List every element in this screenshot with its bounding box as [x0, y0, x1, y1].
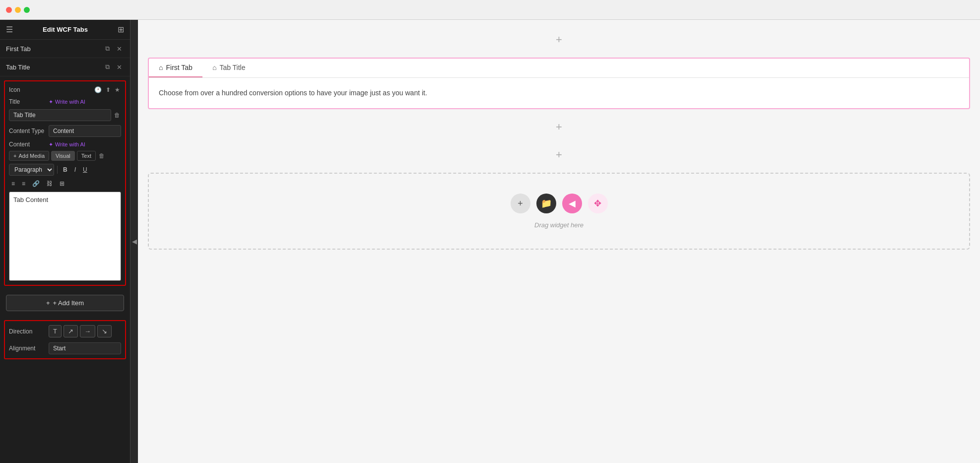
drop-folder-icon: 📁	[541, 198, 552, 209]
add-media-btn[interactable]: + Add Media	[9, 151, 49, 161]
icon-actions: 🕐 ⬆ ★	[93, 85, 121, 94]
main-layout: ☰ Edit WCF Tabs ⊞ First Tab ⧉ ✕ Tab Titl…	[0, 20, 980, 463]
italic-btn[interactable]: I	[72, 165, 78, 175]
tab-title-btn[interactable]: ⌂ Tab Title	[202, 59, 256, 77]
ordered-list-btn[interactable]: ≡	[9, 179, 17, 189]
bold-btn[interactable]: B	[61, 165, 70, 175]
add-item-label: + Add Item	[53, 299, 84, 307]
drop-area: + 📁 ◀ ✥ Drag widget here	[148, 173, 970, 250]
first-tab-btn[interactable]: ⌂ First Tab	[149, 59, 202, 77]
editor-area[interactable]: Tab Content	[9, 192, 121, 281]
first-tab-btn-label: First Tab	[166, 64, 192, 71]
table-btn[interactable]: ⊞	[57, 179, 67, 189]
add-item-button[interactable]: + + Add Item	[6, 295, 124, 311]
tab-title-label: Tab Title	[6, 64, 103, 71]
editor-toolbar-2: ≡ ≡ 🔗 ⛓ ⊞	[9, 179, 121, 189]
content-area: + ⌂ First Tab ⌂ Tab Title Choose from ov…	[138, 20, 980, 463]
unlink-btn[interactable]: ⛓	[44, 179, 55, 189]
tab-content-area: Choose from over a hundred conversion op…	[149, 78, 969, 108]
drop-arrow-btn[interactable]: ◀	[562, 194, 582, 213]
add-section-top-btn[interactable]: +	[551, 32, 567, 48]
paragraph-select[interactable]: Paragraph	[9, 164, 54, 176]
content-sparkle-icon: ✦	[49, 141, 53, 148]
tab-title-actions: ⧉ ✕	[103, 62, 124, 72]
icon-upload-btn[interactable]: ⬆	[105, 85, 112, 94]
sidebar-item-tab-title[interactable]: Tab Title ⧉ ✕	[0, 58, 130, 76]
editor-toolbar: Paragraph B I U	[9, 164, 121, 176]
first-tab-copy-btn[interactable]: ⧉	[103, 44, 112, 54]
icon-title-content-panel: Icon 🕐 ⬆ ★ Title ✦ Write with AI 🗑	[4, 80, 126, 286]
drop-plus-icon: +	[518, 198, 523, 209]
icon-field-row: Icon 🕐 ⬆ ★	[9, 85, 121, 94]
dir-right-btn[interactable]: →	[80, 325, 95, 337]
sparkle-icon: ✦	[49, 99, 53, 105]
add-item-plus-icon: +	[46, 299, 50, 307]
media-toolbar: + Add Media Visual Text 🗑	[9, 151, 121, 161]
content-type-row: Content Type Content	[9, 125, 121, 137]
underline-btn[interactable]: U	[80, 165, 90, 175]
dir-bottomright-btn[interactable]: ↘	[97, 325, 112, 337]
sidebar-header: ☰ Edit WCF Tabs ⊞	[0, 20, 130, 40]
link-btn[interactable]: 🔗	[30, 179, 42, 189]
tab-content-text: Choose from over a hundred conversion op…	[159, 89, 427, 97]
alignment-select[interactable]: Start	[49, 342, 121, 354]
sidebar: ☰ Edit WCF Tabs ⊞ First Tab ⧉ ✕ Tab Titl…	[0, 20, 130, 463]
direction-alignment-section: Direction T ↗ → ↘ Alignment Start	[4, 320, 126, 359]
sidebar-item-first-tab[interactable]: First Tab ⧉ ✕	[0, 40, 130, 58]
direction-label: Direction	[9, 328, 49, 335]
media-trash-btn[interactable]: 🗑	[98, 151, 106, 160]
add-section-middle-2-btn[interactable]: +	[551, 147, 567, 163]
minimize-button[interactable]	[15, 7, 21, 13]
drop-move-btn[interactable]: ✥	[588, 194, 608, 213]
content-type-select[interactable]: Content	[49, 125, 121, 137]
maximize-button[interactable]	[24, 7, 30, 13]
title-bar	[0, 0, 980, 20]
visual-btn[interactable]: Visual	[51, 151, 75, 161]
first-tab-icon: ⌂	[159, 64, 163, 71]
alignment-row: Alignment Start	[9, 342, 121, 354]
tab-header: ⌂ First Tab ⌂ Tab Title	[149, 59, 969, 78]
toolbar-sep-1	[57, 166, 58, 174]
add-row-middle-1: +	[148, 117, 970, 137]
text-btn[interactable]: Text	[77, 151, 96, 161]
add-row-middle-2: +	[148, 145, 970, 165]
first-tab-close-btn[interactable]: ✕	[115, 44, 124, 54]
hamburger-icon[interactable]: ☰	[6, 25, 13, 34]
title-write-ai-btn[interactable]: ✦ Write with AI	[49, 99, 85, 105]
icon-clock-btn[interactable]: 🕐	[93, 85, 103, 94]
collapse-handle[interactable]: ◀	[130, 20, 138, 463]
drop-move-icon: ✥	[594, 198, 601, 209]
content-label: Content	[9, 141, 49, 148]
content-type-label: Content Type	[9, 128, 49, 134]
title-input[interactable]	[9, 109, 111, 121]
dir-topright-btn[interactable]: ↗	[64, 325, 78, 337]
tab-widget: ⌂ First Tab ⌂ Tab Title Choose from over…	[148, 58, 970, 109]
title-trash-btn[interactable]: 🗑	[113, 111, 121, 120]
grid-icon[interactable]: ⊞	[118, 25, 124, 34]
add-media-icon: +	[13, 153, 16, 159]
tab-title-copy-btn[interactable]: ⧉	[103, 62, 112, 72]
tab-title-btn-label: Tab Title	[219, 64, 245, 71]
tab-title-close-btn[interactable]: ✕	[115, 62, 124, 72]
icon-star-btn[interactable]: ★	[114, 85, 121, 94]
first-tab-label: First Tab	[6, 45, 103, 53]
drop-folder-btn[interactable]: 📁	[536, 194, 556, 213]
tab-title-icon: ⌂	[212, 64, 216, 71]
dir-top-btn[interactable]: T	[49, 325, 62, 337]
title-field-row: Title ✦ Write with AI	[9, 98, 121, 105]
sidebar-title: Edit WCF Tabs	[17, 26, 114, 33]
first-tab-actions: ⧉ ✕	[103, 44, 124, 54]
content-write-ai-label: Write with AI	[55, 141, 85, 147]
drop-add-btn[interactable]: +	[511, 194, 530, 213]
drop-arrow-icon: ◀	[569, 198, 576, 209]
collapse-icon: ◀	[132, 238, 137, 245]
direction-row: Direction T ↗ → ↘	[9, 325, 121, 337]
editor-content: Tab Content	[13, 196, 48, 203]
add-section-middle-1-btn[interactable]: +	[551, 119, 567, 135]
drag-widget-text: Drag widget here	[534, 221, 584, 229]
content-write-ai-btn[interactable]: ✦ Write with AI	[49, 141, 85, 148]
unordered-list-btn[interactable]: ≡	[19, 179, 28, 189]
close-button[interactable]	[6, 7, 12, 13]
add-row-top: +	[148, 30, 970, 50]
add-media-label: Add Media	[18, 153, 45, 159]
